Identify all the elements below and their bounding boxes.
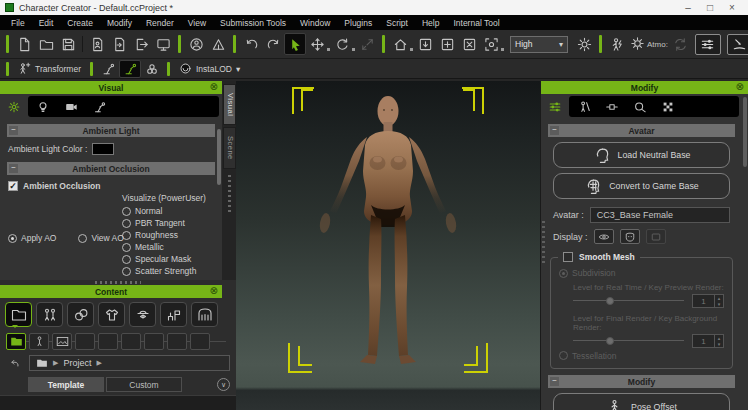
menu-item-view[interactable]: View: [181, 18, 213, 28]
subfolder-image-icon[interactable]: [52, 333, 72, 350]
side-tab-visual[interactable]: Visual: [223, 84, 236, 125]
zoom-extents-icon[interactable]: [458, 33, 480, 55]
modify-panel-scrollbar[interactable]: [743, 97, 747, 167]
maximize-button[interactable]: □: [699, 1, 721, 15]
menu-item-script[interactable]: Script: [379, 18, 415, 28]
select-tool-icon[interactable]: [284, 33, 306, 55]
import-character-icon[interactable]: [86, 33, 108, 55]
new-project-icon[interactable]: [13, 33, 35, 55]
character-flash-icon[interactable]: [606, 33, 628, 55]
modify-section-header[interactable]: − Modify: [548, 375, 735, 388]
subfolder-avatar-icon[interactable]: [29, 333, 49, 350]
undo-icon[interactable]: [240, 33, 262, 55]
content-browser-area[interactable]: [0, 395, 236, 410]
radio-normal[interactable]: Normal: [122, 206, 206, 216]
avatar-section-header[interactable]: − Avatar: [548, 124, 735, 137]
display-gear-icon[interactable]: [3, 97, 25, 117]
menu-item-edit[interactable]: Edit: [32, 18, 61, 28]
subfolder-active-icon[interactable]: [6, 333, 26, 350]
breadcrumb-root[interactable]: Project: [63, 358, 91, 368]
open-project-icon[interactable]: [35, 33, 57, 55]
panel-resize-handle[interactable]: [95, 281, 141, 284]
back-icon[interactable]: [6, 356, 24, 370]
avatar-parts-icon[interactable]: [575, 97, 593, 117]
save-project-icon[interactable]: [57, 33, 79, 55]
tab-custom[interactable]: Custom: [106, 377, 182, 392]
ambient-light-color-swatch[interactable]: [92, 143, 114, 155]
close-icon[interactable]: ⊗: [210, 285, 218, 297]
tab-template[interactable]: Template: [28, 377, 104, 392]
smooth-mesh-checkbox[interactable]: [563, 252, 573, 262]
radio-view-ao[interactable]: View AO: [78, 233, 123, 243]
morph-icon[interactable]: [603, 97, 621, 117]
menu-item-plugins[interactable]: Plugins: [337, 18, 379, 28]
radio-apply-ao[interactable]: Apply AO: [8, 233, 56, 243]
avatar-name-field[interactable]: CC3_Base Female: [590, 207, 730, 223]
ambient-occlusion-checkbox[interactable]: ✓: [8, 181, 18, 191]
radio-pbr-tangent[interactable]: PBR Tangent: [122, 218, 206, 228]
render-quality-select[interactable]: High ▾: [510, 36, 568, 53]
convert-to-game-base-button[interactable]: Convert to Game Base: [553, 173, 730, 199]
rotate-tool-icon[interactable]: [331, 33, 353, 55]
load-neutral-base-button[interactable]: Load Neutral Base: [553, 142, 730, 168]
close-button[interactable]: ×: [721, 1, 743, 15]
edit-pose-active-icon[interactable]: [119, 60, 141, 78]
visual-panel-scrollbar[interactable]: [217, 129, 221, 185]
close-icon[interactable]: ⊗: [210, 81, 218, 93]
dock-resize-handle[interactable]: [228, 175, 231, 215]
expand-browser-icon[interactable]: ∨: [217, 378, 230, 391]
menu-item-submission-tools[interactable]: Submission Tools: [213, 18, 293, 28]
mesh-cluster-icon[interactable]: [141, 60, 163, 78]
collapse-icon[interactable]: −: [9, 164, 18, 173]
menu-item-internal-tool[interactable]: Internal Tool: [446, 18, 506, 28]
spotlight-icon[interactable]: [90, 97, 108, 117]
edit-pose-icon[interactable]: [97, 60, 119, 78]
edit-mesh-icon[interactable]: [727, 34, 748, 55]
export-icon[interactable]: [130, 33, 152, 55]
move-tool-icon[interactable]: [306, 33, 328, 55]
category-stage-icon[interactable]: [191, 302, 218, 327]
menu-item-help[interactable]: Help: [415, 18, 446, 28]
light-bulb-icon[interactable]: [34, 97, 52, 117]
minimize-button[interactable]: –: [677, 1, 699, 15]
visual-panel-header[interactable]: Visual ⊗: [0, 81, 222, 94]
merge-file-icon[interactable]: [108, 33, 130, 55]
menu-item-create[interactable]: Create: [60, 18, 100, 28]
breadcrumb[interactable]: ▶ Project ▶: [29, 355, 230, 371]
menu-item-render[interactable]: Render: [139, 18, 181, 28]
category-project-folder-icon[interactable]: [5, 302, 32, 327]
menu-item-modify[interactable]: Modify: [100, 18, 139, 28]
appearance-icon[interactable]: [631, 97, 649, 117]
atmosphere-button[interactable]: Atmo:: [628, 36, 670, 53]
lighting-icon[interactable]: [573, 33, 595, 55]
radio-roughness[interactable]: Roughness: [122, 230, 206, 240]
close-icon[interactable]: ⊗: [736, 81, 744, 93]
proportion-icon[interactable]: [207, 33, 229, 55]
display-eye-icon[interactable]: [594, 229, 614, 244]
redo-icon[interactable]: [262, 33, 284, 55]
collapse-icon[interactable]: −: [550, 126, 559, 135]
modify-panel-header[interactable]: Modify ⊗: [541, 81, 748, 94]
collapse-icon[interactable]: −: [9, 126, 18, 135]
ambient-occlusion-section-header[interactable]: − Ambient Occlusion: [7, 162, 215, 175]
attribute-sliders-icon[interactable]: [544, 97, 566, 117]
category-cloth-icon[interactable]: [98, 302, 125, 327]
menu-item-file[interactable]: File: [4, 18, 32, 28]
category-prop-icon[interactable]: [160, 302, 187, 327]
render-image-icon[interactable]: [152, 33, 174, 55]
content-panel-header[interactable]: Content ⊗: [0, 285, 222, 298]
character-model[interactable]: [313, 87, 463, 379]
radio-metallic[interactable]: Metallic: [122, 242, 206, 252]
collapse-icon[interactable]: −: [550, 377, 559, 386]
ambient-light-section-header[interactable]: − Ambient Light: [7, 124, 215, 137]
category-material-icon[interactable]: [67, 302, 94, 327]
fit-view-icon[interactable]: [414, 33, 436, 55]
viewport-3d[interactable]: [236, 81, 540, 410]
camera-frame-icon[interactable]: [480, 33, 502, 55]
render-settings-icon[interactable]: [695, 34, 721, 55]
instalod-button[interactable]: InstaLOD ▾: [174, 60, 245, 78]
radio-scatter-strength[interactable]: Scatter Strength: [122, 266, 206, 276]
home-view-icon[interactable]: [389, 33, 411, 55]
texture-checker-icon[interactable]: [659, 97, 677, 117]
display-mask-icon[interactable]: [620, 229, 640, 244]
